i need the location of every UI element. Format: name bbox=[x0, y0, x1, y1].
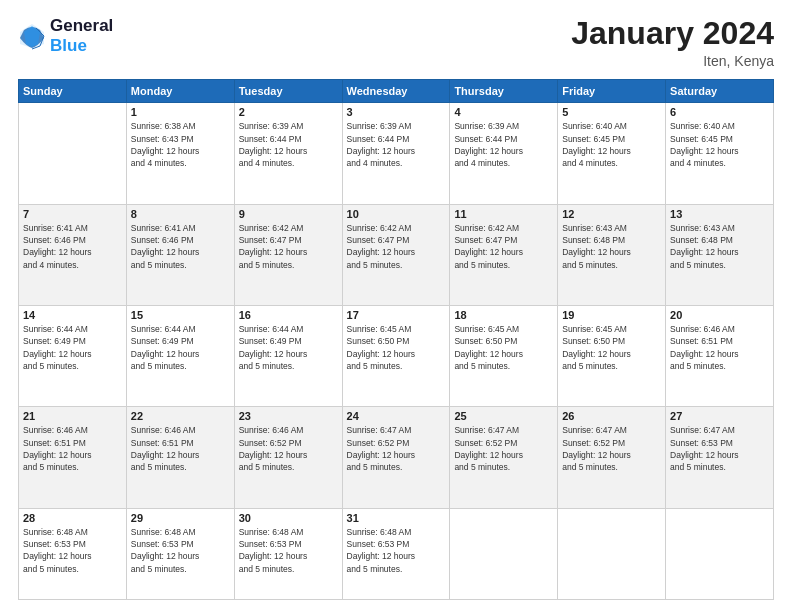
table-cell: 21Sunrise: 6:46 AM Sunset: 6:51 PM Dayli… bbox=[19, 407, 127, 508]
day-number: 11 bbox=[454, 208, 553, 220]
day-number: 21 bbox=[23, 410, 122, 422]
calendar-week-row: 7Sunrise: 6:41 AM Sunset: 6:46 PM Daylig… bbox=[19, 204, 774, 305]
table-cell: 20Sunrise: 6:46 AM Sunset: 6:51 PM Dayli… bbox=[666, 305, 774, 406]
day-info: Sunrise: 6:40 AM Sunset: 6:45 PM Dayligh… bbox=[562, 120, 661, 169]
day-info: Sunrise: 6:45 AM Sunset: 6:50 PM Dayligh… bbox=[562, 323, 661, 372]
day-info: Sunrise: 6:42 AM Sunset: 6:47 PM Dayligh… bbox=[347, 222, 446, 271]
logo-icon bbox=[18, 22, 46, 50]
calendar-week-row: 14Sunrise: 6:44 AM Sunset: 6:49 PM Dayli… bbox=[19, 305, 774, 406]
table-cell bbox=[19, 103, 127, 204]
day-info: Sunrise: 6:45 AM Sunset: 6:50 PM Dayligh… bbox=[454, 323, 553, 372]
day-number: 29 bbox=[131, 512, 230, 524]
day-number: 20 bbox=[670, 309, 769, 321]
table-cell: 28Sunrise: 6:48 AM Sunset: 6:53 PM Dayli… bbox=[19, 508, 127, 599]
day-info: Sunrise: 6:47 AM Sunset: 6:52 PM Dayligh… bbox=[454, 424, 553, 473]
day-info: Sunrise: 6:48 AM Sunset: 6:53 PM Dayligh… bbox=[131, 526, 230, 575]
table-cell: 31Sunrise: 6:48 AM Sunset: 6:53 PM Dayli… bbox=[342, 508, 450, 599]
table-cell: 4Sunrise: 6:39 AM Sunset: 6:44 PM Daylig… bbox=[450, 103, 558, 204]
table-cell: 27Sunrise: 6:47 AM Sunset: 6:53 PM Dayli… bbox=[666, 407, 774, 508]
table-cell: 11Sunrise: 6:42 AM Sunset: 6:47 PM Dayli… bbox=[450, 204, 558, 305]
day-number: 31 bbox=[347, 512, 446, 524]
table-cell: 8Sunrise: 6:41 AM Sunset: 6:46 PM Daylig… bbox=[126, 204, 234, 305]
day-info: Sunrise: 6:43 AM Sunset: 6:48 PM Dayligh… bbox=[562, 222, 661, 271]
table-cell: 30Sunrise: 6:48 AM Sunset: 6:53 PM Dayli… bbox=[234, 508, 342, 599]
day-info: Sunrise: 6:45 AM Sunset: 6:50 PM Dayligh… bbox=[347, 323, 446, 372]
page: General Blue January 2024 Iten, Kenya Su… bbox=[0, 0, 792, 612]
day-info: Sunrise: 6:46 AM Sunset: 6:51 PM Dayligh… bbox=[670, 323, 769, 372]
table-cell: 12Sunrise: 6:43 AM Sunset: 6:48 PM Dayli… bbox=[558, 204, 666, 305]
day-number: 1 bbox=[131, 106, 230, 118]
day-number: 6 bbox=[670, 106, 769, 118]
col-friday: Friday bbox=[558, 80, 666, 103]
day-number: 3 bbox=[347, 106, 446, 118]
day-info: Sunrise: 6:48 AM Sunset: 6:53 PM Dayligh… bbox=[23, 526, 122, 575]
day-number: 16 bbox=[239, 309, 338, 321]
table-cell: 16Sunrise: 6:44 AM Sunset: 6:49 PM Dayli… bbox=[234, 305, 342, 406]
day-number: 28 bbox=[23, 512, 122, 524]
col-wednesday: Wednesday bbox=[342, 80, 450, 103]
calendar-week-row: 1Sunrise: 6:38 AM Sunset: 6:43 PM Daylig… bbox=[19, 103, 774, 204]
day-info: Sunrise: 6:48 AM Sunset: 6:53 PM Dayligh… bbox=[347, 526, 446, 575]
calendar-table: Sunday Monday Tuesday Wednesday Thursday… bbox=[18, 79, 774, 600]
calendar-week-row: 21Sunrise: 6:46 AM Sunset: 6:51 PM Dayli… bbox=[19, 407, 774, 508]
day-number: 4 bbox=[454, 106, 553, 118]
month-title: January 2024 bbox=[571, 16, 774, 51]
day-number: 23 bbox=[239, 410, 338, 422]
table-cell: 14Sunrise: 6:44 AM Sunset: 6:49 PM Dayli… bbox=[19, 305, 127, 406]
day-info: Sunrise: 6:48 AM Sunset: 6:53 PM Dayligh… bbox=[239, 526, 338, 575]
location-subtitle: Iten, Kenya bbox=[571, 53, 774, 69]
table-cell: 7Sunrise: 6:41 AM Sunset: 6:46 PM Daylig… bbox=[19, 204, 127, 305]
day-info: Sunrise: 6:44 AM Sunset: 6:49 PM Dayligh… bbox=[131, 323, 230, 372]
col-sunday: Sunday bbox=[19, 80, 127, 103]
day-info: Sunrise: 6:42 AM Sunset: 6:47 PM Dayligh… bbox=[454, 222, 553, 271]
table-cell: 18Sunrise: 6:45 AM Sunset: 6:50 PM Dayli… bbox=[450, 305, 558, 406]
day-number: 5 bbox=[562, 106, 661, 118]
table-cell: 19Sunrise: 6:45 AM Sunset: 6:50 PM Dayli… bbox=[558, 305, 666, 406]
day-number: 15 bbox=[131, 309, 230, 321]
table-cell: 13Sunrise: 6:43 AM Sunset: 6:48 PM Dayli… bbox=[666, 204, 774, 305]
day-info: Sunrise: 6:39 AM Sunset: 6:44 PM Dayligh… bbox=[347, 120, 446, 169]
day-info: Sunrise: 6:47 AM Sunset: 6:52 PM Dayligh… bbox=[347, 424, 446, 473]
table-cell: 3Sunrise: 6:39 AM Sunset: 6:44 PM Daylig… bbox=[342, 103, 450, 204]
title-area: January 2024 Iten, Kenya bbox=[571, 16, 774, 69]
day-info: Sunrise: 6:44 AM Sunset: 6:49 PM Dayligh… bbox=[239, 323, 338, 372]
table-cell: 15Sunrise: 6:44 AM Sunset: 6:49 PM Dayli… bbox=[126, 305, 234, 406]
day-number: 26 bbox=[562, 410, 661, 422]
day-number: 25 bbox=[454, 410, 553, 422]
day-info: Sunrise: 6:47 AM Sunset: 6:53 PM Dayligh… bbox=[670, 424, 769, 473]
day-number: 10 bbox=[347, 208, 446, 220]
table-cell: 23Sunrise: 6:46 AM Sunset: 6:52 PM Dayli… bbox=[234, 407, 342, 508]
day-info: Sunrise: 6:42 AM Sunset: 6:47 PM Dayligh… bbox=[239, 222, 338, 271]
table-cell: 9Sunrise: 6:42 AM Sunset: 6:47 PM Daylig… bbox=[234, 204, 342, 305]
day-info: Sunrise: 6:47 AM Sunset: 6:52 PM Dayligh… bbox=[562, 424, 661, 473]
table-cell: 25Sunrise: 6:47 AM Sunset: 6:52 PM Dayli… bbox=[450, 407, 558, 508]
day-number: 19 bbox=[562, 309, 661, 321]
day-number: 18 bbox=[454, 309, 553, 321]
table-cell: 10Sunrise: 6:42 AM Sunset: 6:47 PM Dayli… bbox=[342, 204, 450, 305]
day-number: 22 bbox=[131, 410, 230, 422]
col-monday: Monday bbox=[126, 80, 234, 103]
table-cell: 24Sunrise: 6:47 AM Sunset: 6:52 PM Dayli… bbox=[342, 407, 450, 508]
calendar-week-row: 28Sunrise: 6:48 AM Sunset: 6:53 PM Dayli… bbox=[19, 508, 774, 599]
table-cell: 29Sunrise: 6:48 AM Sunset: 6:53 PM Dayli… bbox=[126, 508, 234, 599]
day-number: 13 bbox=[670, 208, 769, 220]
day-number: 2 bbox=[239, 106, 338, 118]
day-info: Sunrise: 6:46 AM Sunset: 6:52 PM Dayligh… bbox=[239, 424, 338, 473]
day-info: Sunrise: 6:46 AM Sunset: 6:51 PM Dayligh… bbox=[23, 424, 122, 473]
table-cell: 26Sunrise: 6:47 AM Sunset: 6:52 PM Dayli… bbox=[558, 407, 666, 508]
day-info: Sunrise: 6:39 AM Sunset: 6:44 PM Dayligh… bbox=[454, 120, 553, 169]
day-info: Sunrise: 6:41 AM Sunset: 6:46 PM Dayligh… bbox=[131, 222, 230, 271]
col-tuesday: Tuesday bbox=[234, 80, 342, 103]
col-thursday: Thursday bbox=[450, 80, 558, 103]
day-number: 7 bbox=[23, 208, 122, 220]
day-info: Sunrise: 6:43 AM Sunset: 6:48 PM Dayligh… bbox=[670, 222, 769, 271]
day-info: Sunrise: 6:44 AM Sunset: 6:49 PM Dayligh… bbox=[23, 323, 122, 372]
logo-text: General Blue bbox=[50, 16, 113, 55]
col-saturday: Saturday bbox=[666, 80, 774, 103]
day-info: Sunrise: 6:41 AM Sunset: 6:46 PM Dayligh… bbox=[23, 222, 122, 271]
calendar-header-row: Sunday Monday Tuesday Wednesday Thursday… bbox=[19, 80, 774, 103]
table-cell bbox=[558, 508, 666, 599]
day-info: Sunrise: 6:40 AM Sunset: 6:45 PM Dayligh… bbox=[670, 120, 769, 169]
day-number: 9 bbox=[239, 208, 338, 220]
day-number: 8 bbox=[131, 208, 230, 220]
